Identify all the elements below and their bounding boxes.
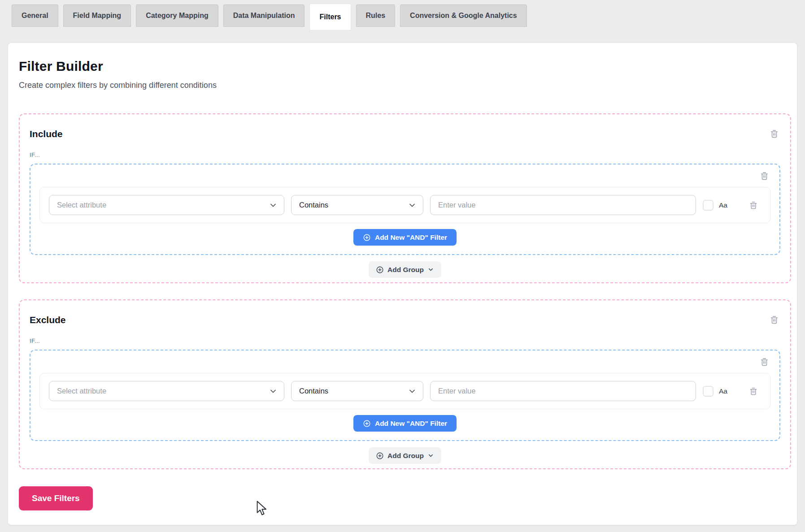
trash-icon bbox=[769, 315, 779, 325]
attribute-select[interactable]: Select attribute bbox=[49, 195, 284, 215]
delete-condition-button[interactable] bbox=[748, 385, 759, 397]
chevron-down-icon bbox=[427, 266, 434, 273]
operator-select[interactable]: Contains bbox=[291, 381, 423, 401]
plus-circle-icon bbox=[363, 234, 371, 242]
case-sensitive-label: Aa bbox=[719, 201, 727, 209]
chevron-down-icon bbox=[427, 452, 434, 459]
plus-circle-icon bbox=[376, 452, 384, 460]
chevron-down-icon bbox=[269, 201, 278, 210]
page-subtitle: Create complex filters by combining diff… bbox=[19, 81, 791, 90]
chevron-down-icon bbox=[269, 387, 278, 396]
attribute-select-placeholder: Select attribute bbox=[57, 201, 106, 209]
if-label: IF... bbox=[30, 151, 780, 158]
add-and-filter-button[interactable]: Add New "AND" Filter bbox=[353, 415, 457, 432]
condition-row: Select attribute Contains Aa bbox=[49, 381, 761, 401]
operator-select-value: Contains bbox=[299, 387, 328, 395]
tab-rules[interactable]: Rules bbox=[356, 4, 396, 27]
delete-section-button[interactable] bbox=[768, 128, 780, 140]
add-group-button[interactable]: Add Group bbox=[369, 447, 441, 464]
value-input[interactable] bbox=[430, 381, 696, 401]
case-sensitive-checkbox[interactable] bbox=[703, 200, 714, 211]
add-and-filter-label: Add New "AND" Filter bbox=[375, 234, 447, 242]
save-filters-button[interactable]: Save Filters bbox=[19, 486, 93, 510]
tab-general[interactable]: General bbox=[12, 4, 58, 27]
operator-select[interactable]: Contains bbox=[291, 195, 423, 215]
if-label: IF... bbox=[30, 337, 780, 344]
chevron-down-icon bbox=[408, 201, 417, 210]
chevron-down-icon bbox=[408, 387, 417, 396]
filter-section-include: Include IF... Select attribute C bbox=[19, 113, 791, 283]
attribute-select[interactable]: Select attribute bbox=[49, 381, 284, 401]
add-group-button[interactable]: Add Group bbox=[369, 261, 441, 278]
add-group-label: Add Group bbox=[387, 452, 424, 460]
trash-icon bbox=[769, 129, 779, 139]
add-group-label: Add Group bbox=[387, 266, 424, 274]
case-sensitive-checkbox[interactable] bbox=[703, 386, 714, 397]
tab-field-mapping[interactable]: Field Mapping bbox=[63, 4, 131, 27]
plus-circle-icon bbox=[363, 420, 371, 428]
add-and-filter-button[interactable]: Add New "AND" Filter bbox=[353, 229, 457, 246]
condition-group: Select attribute Contains Aa bbox=[30, 164, 780, 255]
condition-row: Select attribute Contains Aa bbox=[49, 195, 761, 215]
page-title: Filter Builder bbox=[19, 59, 791, 74]
delete-section-button[interactable] bbox=[768, 314, 780, 326]
condition-row-box: Select attribute Contains Aa bbox=[39, 187, 770, 223]
value-input[interactable] bbox=[430, 195, 696, 215]
condition-row-box: Select attribute Contains Aa bbox=[39, 373, 770, 409]
filter-section-exclude: Exclude IF... Select attribute C bbox=[19, 299, 791, 469]
filter-builder-card: Filter Builder Create complex filters by… bbox=[8, 43, 797, 525]
add-and-filter-label: Add New "AND" Filter bbox=[375, 420, 447, 428]
trash-icon bbox=[759, 171, 770, 181]
section-title-exclude: Exclude bbox=[30, 315, 66, 325]
tab-bar: General Field Mapping Category Mapping D… bbox=[0, 0, 805, 30]
trash-icon bbox=[759, 357, 770, 367]
trash-icon bbox=[748, 200, 758, 210]
tab-data-manipulation[interactable]: Data Manipulation bbox=[223, 4, 305, 27]
tab-filters[interactable]: Filters bbox=[309, 4, 351, 30]
delete-group-button[interactable] bbox=[758, 356, 770, 368]
operator-select-value: Contains bbox=[299, 201, 328, 209]
delete-condition-button[interactable] bbox=[748, 199, 759, 211]
section-title-include: Include bbox=[30, 129, 63, 139]
attribute-select-placeholder: Select attribute bbox=[57, 387, 106, 395]
trash-icon bbox=[748, 386, 758, 396]
condition-group: Select attribute Contains Aa bbox=[30, 350, 780, 441]
case-sensitive-label: Aa bbox=[719, 387, 727, 395]
delete-group-button[interactable] bbox=[758, 170, 770, 182]
plus-circle-icon bbox=[376, 266, 384, 274]
tab-category-mapping[interactable]: Category Mapping bbox=[136, 4, 218, 27]
tab-conversion-google-analytics[interactable]: Conversion & Google Analytics bbox=[400, 4, 527, 27]
